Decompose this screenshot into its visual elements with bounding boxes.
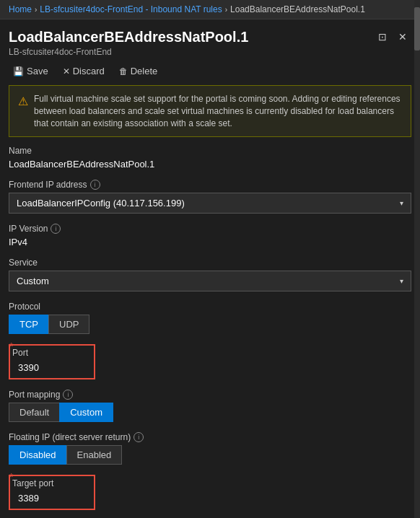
port-mapping-toggle-group: Default Custom bbox=[9, 403, 411, 422]
port-mapping-default-button[interactable]: Default bbox=[9, 403, 59, 422]
protocol-field-group: Protocol TCP UDP bbox=[9, 302, 411, 334]
discard-button[interactable]: ✕ Discard bbox=[58, 63, 109, 79]
floating-ip-field-group: Floating IP (direct server return) i Dis… bbox=[9, 432, 411, 465]
floating-ip-info-icon: i bbox=[134, 432, 144, 442]
delete-label: Delete bbox=[131, 66, 158, 76]
delete-icon: 🗑 bbox=[119, 66, 128, 76]
frontend-ip-field-group: Frontend IP address i LoadBalancerIPConf… bbox=[9, 180, 411, 214]
protocol-udp-button[interactable]: UDP bbox=[48, 315, 89, 334]
service-field-group: Service Custom ▾ bbox=[9, 258, 411, 291]
frontend-ip-value: LoadBalancerIPConfig (40.117.156.199) bbox=[17, 198, 185, 208]
ip-version-label: IP Version i bbox=[9, 224, 411, 234]
port-input[interactable] bbox=[11, 358, 93, 377]
discard-label: Discard bbox=[73, 66, 105, 76]
form-content: Name LoadBalancerBEAddressNatPool.1 Fron… bbox=[0, 146, 420, 518]
warning-icon: ⚠ bbox=[18, 94, 28, 129]
name-label: Name bbox=[9, 146, 411, 156]
service-value: Custom bbox=[17, 276, 49, 286]
frontend-ip-label: Frontend IP address i bbox=[9, 180, 411, 190]
window-controls: ⊡ ✕ bbox=[374, 28, 411, 45]
toolbar: 💾 Save ✕ Discard 🗑 Delete bbox=[0, 57, 420, 85]
breadcrumb-parent[interactable]: LB-sfcusiter4doc-FrontEnd - Inbound NAT … bbox=[40, 4, 222, 14]
frontend-ip-chevron: ▾ bbox=[400, 199, 403, 207]
title-block: LoadBalancerBEAddressNatPool.1 LB-sfcusi… bbox=[9, 28, 248, 57]
breadcrumb-current: LoadBalancerBEAddressNatPool.1 bbox=[230, 4, 365, 14]
breadcrumb-sep-1: › bbox=[35, 6, 37, 14]
scrollbar-thumb[interactable] bbox=[414, 7, 420, 51]
delete-button[interactable]: 🗑 Delete bbox=[115, 63, 162, 79]
protocol-tcp-button[interactable]: TCP bbox=[9, 315, 48, 334]
breadcrumb-home[interactable]: Home bbox=[9, 4, 32, 14]
breadcrumb-sep-2: › bbox=[225, 6, 227, 14]
floating-ip-toggle-group: Disabled Enabled bbox=[9, 445, 411, 465]
target-port-required-star: * bbox=[9, 471, 13, 483]
target-port-input[interactable] bbox=[11, 488, 93, 508]
scrollbar-track[interactable] bbox=[414, 0, 420, 518]
page-subtitle: LB-sfcusiter4doc-FrontEnd bbox=[9, 47, 248, 57]
page-title: LoadBalancerBEAddressNatPool.1 bbox=[9, 28, 248, 45]
port-mapping-custom-button[interactable]: Custom bbox=[59, 403, 113, 422]
target-port-field-group: * Target port bbox=[9, 475, 411, 510]
maximize-button[interactable]: ⊡ bbox=[374, 28, 391, 45]
warning-banner: ⚠ Full virtual machine scale set support… bbox=[9, 85, 411, 137]
port-mapping-field-group: Port mapping i Default Custom bbox=[9, 390, 411, 422]
page-header: LoadBalancerBEAddressNatPool.1 LB-sfcusi… bbox=[0, 19, 420, 57]
name-value: LoadBalancerBEAddressNatPool.1 bbox=[9, 159, 411, 170]
warning-text: Full virtual machine scale set support f… bbox=[34, 93, 402, 129]
port-mapping-info-icon: i bbox=[63, 390, 73, 400]
breadcrumb: Home › LB-sfcusiter4doc-FrontEnd - Inbou… bbox=[0, 0, 420, 19]
protocol-label: Protocol bbox=[9, 302, 411, 312]
frontend-ip-dropdown[interactable]: LoadBalancerIPConfig (40.117.156.199) ▾ bbox=[9, 193, 411, 214]
port-label-inline: Port bbox=[11, 346, 93, 358]
service-dropdown[interactable]: Custom ▾ bbox=[9, 271, 411, 291]
frontend-ip-info-icon: i bbox=[90, 180, 100, 190]
target-port-input-wrapper: * Target port bbox=[9, 475, 95, 510]
ip-version-info-icon: i bbox=[51, 224, 61, 234]
discard-icon: ✕ bbox=[63, 66, 70, 76]
save-button[interactable]: 💾 Save bbox=[9, 63, 53, 79]
protocol-toggle-group: TCP UDP bbox=[9, 315, 411, 334]
port-field-group: * Port bbox=[9, 344, 411, 379]
ip-version-field-group: IP Version i IPv4 bbox=[9, 224, 411, 247]
service-chevron: ▾ bbox=[400, 277, 403, 285]
target-port-label-inline: Target port bbox=[11, 477, 93, 488]
floating-ip-label: Floating IP (direct server return) i bbox=[9, 432, 411, 442]
close-button[interactable]: ✕ bbox=[394, 28, 411, 45]
floating-ip-enabled-button[interactable]: Enabled bbox=[66, 445, 123, 465]
service-label: Service bbox=[9, 258, 411, 268]
save-icon: 💾 bbox=[13, 66, 24, 76]
port-input-wrapper: * Port bbox=[9, 344, 95, 379]
port-required-star: * bbox=[9, 341, 13, 352]
save-label: Save bbox=[27, 66, 48, 76]
name-field-group: Name LoadBalancerBEAddressNatPool.1 bbox=[9, 146, 411, 170]
floating-ip-disabled-button[interactable]: Disabled bbox=[9, 445, 66, 465]
port-mapping-label: Port mapping i bbox=[9, 390, 411, 400]
ip-version-value: IPv4 bbox=[9, 237, 411, 247]
